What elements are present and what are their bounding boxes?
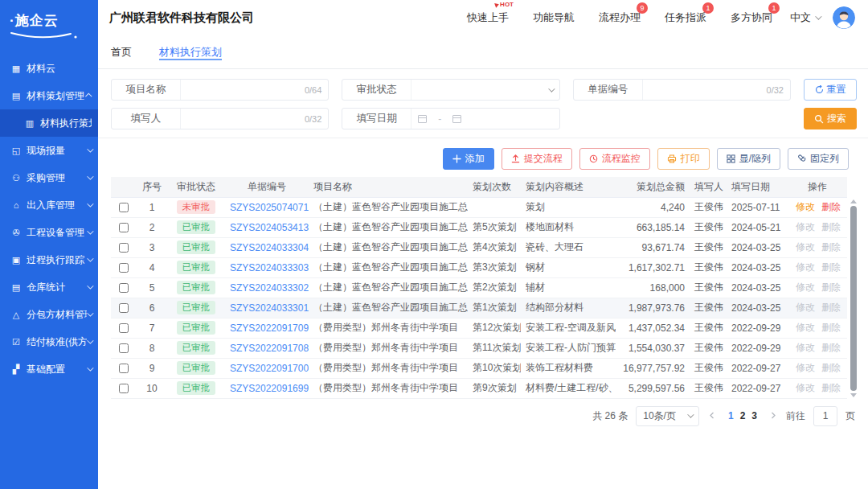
sidebar-item-site-report[interactable]: ◱现场报量 [0,137,98,164]
document-number-link[interactable]: SZYS2024033301 [230,302,309,314]
submit-process-button[interactable]: 提交流程 [502,148,572,170]
row-checkbox[interactable] [119,203,129,212]
row-checkbox[interactable] [119,263,129,273]
delete-action[interactable]: 删除 [821,221,841,232]
page-number-1[interactable]: 1 [725,410,737,421]
edit-action[interactable]: 修改 [796,342,815,353]
row-checkbox[interactable] [119,283,129,293]
row-checkbox[interactable] [119,364,129,373]
document-number-field[interactable]: 单据编号 0/32 [573,79,791,101]
sidebar-item-doc[interactable]: ▥材料执行策划 [0,109,98,137]
status-badge: 已审批 [177,261,216,274]
document-number-link[interactable]: SZYS2022091709 [230,323,309,334]
sidebar-item-stats[interactable]: ▤仓库统计 [0,273,98,301]
user-avatar[interactable] [833,6,855,29]
tab-active[interactable]: 材料执行策划 [159,35,222,68]
row-checkbox[interactable] [119,223,129,232]
sidebar-item-grid[interactable]: ▦材料云 [0,55,98,82]
sidebar-item-approve[interactable]: ☑结付核准(供方报) [0,328,98,355]
page-number-2[interactable]: 2 [737,410,749,421]
row-checkbox[interactable] [119,343,129,353]
row-checkbox[interactable] [119,303,129,313]
edit-action[interactable]: 修改 [796,322,815,333]
edit-action[interactable]: 修改 [796,302,815,313]
sidebar-item-equipment[interactable]: ✇工程设备管理 [0,219,98,246]
document-number-link[interactable]: SZYS2024033303 [230,262,309,273]
delete-action[interactable]: 删除 [821,261,841,273]
document-number-link[interactable]: SZYS2024033304 [230,242,309,253]
document-number-link[interactable]: SZYS2025074071 [230,202,309,213]
top-header: 广州联君软件科技有限公司 快速上手HOT功能导航流程办理9任务指派1多方协同1 … [98,0,868,35]
row-checkbox[interactable] [119,323,129,333]
row-writer: 王俊伟 [690,257,727,277]
delete-action[interactable]: 删除 [821,281,841,293]
language-switcher[interactable]: 中文 [790,10,820,25]
edit-action[interactable]: 修改 [796,261,815,273]
edit-action[interactable]: 修改 [796,281,815,293]
document-number-link[interactable]: SZYS2022091699 [230,383,309,394]
edit-action[interactable]: 修改 [796,201,815,212]
project-name-input[interactable]: 0/64 [181,80,328,100]
prev-page-button[interactable] [707,410,717,421]
table-row: 8已审批SZYS2022091708（费用类型）郑州冬青街中学项目第11次策划安… [111,338,847,358]
process-monitor-button[interactable]: 流程监控 [579,148,650,170]
writer-field[interactable]: 填写人 0/32 [111,108,329,129]
vertical-scrollbar[interactable] [850,199,857,397]
delete-action[interactable]: 删除 [821,302,841,313]
document-number-input[interactable]: 0/32 [643,80,790,100]
scroll-up-icon[interactable] [850,199,857,203]
nav-item[interactable]: 流程办理9 [599,10,641,25]
nav-item[interactable]: 功能导航 [533,10,575,25]
search-button[interactable]: 搜索 [804,108,857,129]
row-checkbox[interactable] [119,243,129,253]
sidebar-item-track[interactable]: ▣过程执行跟踪 [0,246,98,273]
sidebar-item-purchase[interactable]: ⚇采购管理 [0,164,98,191]
scrollbar-thumb[interactable] [850,206,857,391]
row-code-cell: SZYS2022091699 [225,378,309,398]
page-size-select[interactable]: 10条/页 [636,406,699,426]
approval-status-select[interactable] [411,80,559,100]
edit-action[interactable]: 修改 [796,221,815,232]
fill-date-range[interactable]: - [411,109,559,129]
sidebar-item-plan[interactable]: ▤材料策划管理 [0,82,98,109]
edit-action[interactable]: 修改 [796,362,815,373]
goto-page-input[interactable] [813,406,837,426]
row-times: 第3次策划 [468,257,521,277]
tab-item[interactable]: 首页 [111,35,132,68]
document-number-link[interactable]: SZYS2022091708 [230,343,309,354]
row-project: （费用类型）郑州冬青街中学项目 [309,358,468,378]
pin-columns-button[interactable]: 固定列 [788,148,849,170]
delete-action[interactable]: 删除 [821,342,841,353]
sidebar-item-warehouse[interactable]: ⌂出入库管理 [0,191,98,219]
writer-input[interactable]: 0/32 [181,109,328,129]
scroll-down-icon[interactable] [850,393,857,397]
delete-action[interactable]: 删除 [821,241,841,253]
row-checkbox[interactable] [119,384,129,393]
page-number-3[interactable]: 3 [748,410,760,421]
print-button[interactable]: 打印 [657,148,710,170]
delete-action[interactable]: 删除 [821,322,841,333]
project-name-label: 项目名称 [112,80,181,100]
delete-action[interactable]: 删除 [821,201,841,212]
delete-action[interactable]: 删除 [821,362,841,373]
nav-item[interactable]: 多方协同1 [731,10,772,25]
show-hide-columns-button[interactable]: 显/隐列 [717,148,780,170]
add-button[interactable]: 添加 [443,148,494,170]
next-page-button[interactable] [768,410,778,421]
sidebar-item-config[interactable]: ▞基础配置 [0,355,98,383]
edit-action[interactable]: 修改 [796,241,815,253]
nav-item[interactable]: 任务指派1 [665,10,706,25]
sidebar-item-subcontract[interactable]: △分包方材料管理 [0,301,98,328]
approval-status-field[interactable]: 审批状态 [342,79,559,101]
row-amount: 93,671.74 [616,237,690,257]
fill-date-field[interactable]: 填写日期 - [342,108,559,129]
project-name-field[interactable]: 项目名称 0/64 [111,79,329,101]
edit-action[interactable]: 修改 [796,382,815,393]
col-planning-times: 策划次数 [468,177,521,197]
reset-button[interactable]: 重置 [804,79,857,101]
delete-action[interactable]: 删除 [821,382,841,393]
nav-item[interactable]: 快速上手HOT [467,10,509,25]
document-number-link[interactable]: SZYS2022091700 [230,363,309,374]
document-number-link[interactable]: SZYS2024053413 [230,222,309,233]
document-number-link[interactable]: SZYS2024033302 [230,282,309,294]
